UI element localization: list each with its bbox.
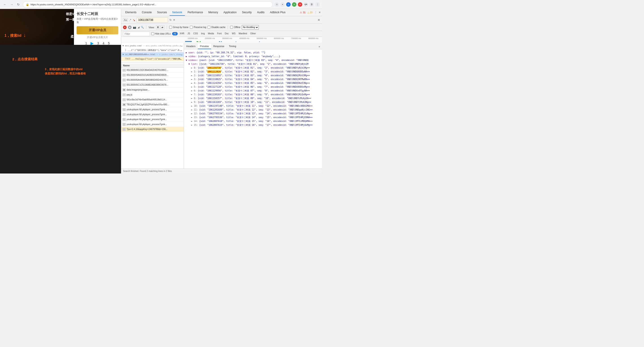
- detail-item-6: ► 6: {vid: "1061129956", title: "长安十二时辰 …: [186, 89, 320, 93]
- grid-view-icon[interactable]: ⇄: [160, 25, 164, 29]
- file-row-7[interactable]: ▣ TB1QSJTXeL2gK0jSZPhXXahvXXa-680...: [121, 102, 184, 107]
- offline-checkbox[interactable]: [230, 26, 233, 29]
- file-row-12[interactable]: ▢ ?jsv=2.4.16&appKey=24679788&t=156...: [121, 127, 184, 132]
- address-bar[interactable]: 🔒 https://v.youku.com/v_show/id_XNDl0NDQ…: [23, 1, 273, 8]
- tab-performance[interactable]: Performance: [185, 10, 206, 16]
- refresh-button[interactable]: ↻: [16, 2, 21, 7]
- file-row-1[interactable]: □ 051300005A603101ADBDD3056D0B39...: [121, 73, 184, 78]
- star-icon[interactable]: ☆: [274, 2, 279, 7]
- camera-icon[interactable]: 📷: [133, 26, 136, 29]
- file-row-6[interactable]: □ 581e3bc3d74b43ab956a649519b0114...: [121, 97, 184, 102]
- file-icon-0: □: [122, 69, 126, 72]
- devtools-options-icon[interactable]: ⋮: [314, 11, 317, 14]
- tab-application[interactable]: Application: [221, 10, 239, 16]
- tab-audits[interactable]: Audits: [254, 10, 267, 16]
- record-button[interactable]: ●: [123, 26, 126, 29]
- ep-4[interactable]: 4: [103, 42, 104, 45]
- disable-cache-label: Disable cache: [211, 26, 226, 29]
- file-row-5[interactable]: □ pay.js: [121, 92, 184, 97]
- filter-icon[interactable]: ◢: [138, 26, 140, 29]
- filter-ws[interactable]: WS: [231, 32, 237, 36]
- filter-xhr[interactable]: XHR: [178, 32, 186, 36]
- forward-button[interactable]: →: [9, 2, 14, 7]
- file-row-0[interactable]: □ 051300005C232C86ADA2D40781086C...: [121, 68, 184, 73]
- filter-doc[interactable]: Doc: [224, 32, 230, 36]
- file-name-6: 581e3bc3d74b43ab956a649519b0114...: [126, 98, 182, 101]
- ep-3[interactable]: 3: [97, 42, 99, 45]
- file-row-3[interactable]: □ 051300005C1C513A8B2ABE089C0678...: [121, 83, 184, 87]
- detail-tab-timing[interactable]: Timing: [226, 44, 238, 49]
- detail-user: ▶ user: {uid: "", ip: "60.160.74.32", vi…: [186, 51, 320, 55]
- tab-security[interactable]: Security: [239, 10, 254, 16]
- ext4-icon[interactable]: 38: [298, 2, 302, 7]
- aa-label: Aa: [123, 18, 128, 22]
- detail-videos: ▼ videos: {next: {vid: "1061115893", tit…: [186, 59, 320, 62]
- tab-network[interactable]: Network: [170, 10, 185, 16]
- search-refresh-icon[interactable]: ↻: [170, 18, 172, 22]
- file-row-10[interactable]: ▢ youkuplayer.fdl.ykplayer_process?gmk..…: [121, 117, 184, 122]
- url-text: https://v.youku.com/v_show/id_XNDl0NDQ0O…: [30, 3, 270, 6]
- ep-1[interactable]: 1: [85, 42, 87, 45]
- detail-tab-preview[interactable]: Preview: [198, 44, 211, 49]
- file-name-9: youkuplayer.fdl.ykplayer_process?gmk...: [126, 113, 182, 116]
- devtools-close-icon[interactable]: ✕: [319, 11, 321, 14]
- ext3-icon[interactable]: ●: [292, 2, 296, 7]
- filter-img[interactable]: Img: [200, 32, 206, 36]
- stop-button[interactable]: ■: [128, 26, 132, 29]
- filter-manifest[interactable]: Manifest: [238, 32, 248, 36]
- list-view-icon[interactable]: ≣: [156, 25, 160, 29]
- file-row-9[interactable]: ▢ youkuplayer.fdl.ykplayer_process?gmk..…: [121, 112, 184, 117]
- file-name-1: 051300005A603101ADBDD3056D0B39...: [126, 74, 182, 76]
- tab-adblock[interactable]: Adblock Plus: [267, 10, 288, 16]
- tree-row2[interactable]: 7969 ...thology={"list":[{"encodevid":"X…: [121, 57, 184, 61]
- warn-count: △ 20: [308, 11, 312, 14]
- more-icon[interactable]: ⋮: [315, 2, 320, 7]
- detail-item-4: ► 4: {vid: "1061124294", title: "长安十二时辰 …: [186, 81, 320, 85]
- file-row-4[interactable]: ▣ data:image/png;base...: [121, 87, 184, 92]
- detail-item-1: ► 1: {vid: "1061112026", title: "长安十二时辰 …: [186, 70, 320, 74]
- filter-js[interactable]: JS: [186, 32, 191, 36]
- back-button[interactable]: ←: [2, 2, 8, 7]
- tree-domain-acs[interactable]: ▼ acs.youku.com/ — acs.youku.com/h5/mtop…: [121, 44, 184, 48]
- throttling-select[interactable]: No throttling: [242, 25, 259, 30]
- preserve-log-checkbox[interactable]: [190, 26, 193, 29]
- episode-numbers: 1 ▶ 3 4 5: [77, 41, 118, 45]
- file-row-8[interactable]: ▢ youkuplayer.fdl.ykplayer_process?gmk..…: [121, 107, 184, 112]
- tree-row1[interactable]: 1 ...t":["SUCCESS::调用成功"],"data":{"cost"…: [121, 48, 184, 53]
- file-name-5: pay.js: [126, 94, 182, 96]
- file-row-2[interactable]: □ 051300005A4468CB859B5D05D40175...: [121, 78, 184, 83]
- detail-close-icon[interactable]: ✕: [316, 44, 322, 49]
- ext2-icon[interactable]: A: [286, 2, 291, 7]
- tree-domain-selected[interactable]: ▼ id_XNDl0NDQ0ODEwNA==.html — v.youku.co…: [121, 52, 184, 57]
- search-input[interactable]: [137, 17, 168, 23]
- file-name-10: youkuplayer.fdl.ykplayer_process?gmk...: [126, 118, 182, 121]
- detail-tab-headers[interactable]: Headers: [184, 44, 198, 49]
- ext1-icon[interactable]: ●: [280, 2, 285, 7]
- filter-media[interactable]: Media: [207, 32, 215, 36]
- file-name-11: youkuplayer.fdl.ykplayer_process?gmk...: [126, 123, 182, 126]
- filter-font[interactable]: Font: [216, 32, 223, 36]
- toolbar-icons: ☆ ● A ● 38 QR ☰ ⋮: [274, 2, 320, 7]
- filter-other[interactable]: Other: [249, 32, 257, 36]
- search-close-icon[interactable]: ✕: [318, 18, 320, 22]
- disable-cache-checkbox[interactable]: [208, 26, 210, 29]
- filter-all[interactable]: All: [172, 32, 178, 36]
- ext5-icon[interactable]: QR: [304, 2, 308, 7]
- search-clear-icon[interactable]: ✕: [173, 18, 175, 22]
- detail-item-12: ► 12: {vid: "1062795534", title: "长安十二时辰…: [186, 112, 320, 115]
- detail-tab-response[interactable]: Response: [211, 44, 227, 49]
- ext6-icon[interactable]: ☰: [310, 2, 314, 7]
- search-net-icon[interactable]: 🔍: [141, 26, 144, 29]
- ep-5[interactable]: 5: [108, 42, 110, 45]
- vip-button[interactable]: 开通VIP会员: [77, 26, 118, 34]
- hide-data-urls-checkbox[interactable]: [151, 32, 154, 35]
- filter-css[interactable]: CSS: [192, 32, 199, 36]
- tab-memory[interactable]: Memory: [206, 10, 221, 16]
- tab-elements[interactable]: Elements: [122, 10, 139, 16]
- tab-console[interactable]: Console: [139, 10, 154, 16]
- group-by-frame-checkbox[interactable]: [169, 26, 172, 29]
- tab-sources[interactable]: Sources: [154, 10, 170, 16]
- ep-play[interactable]: ▶: [90, 41, 94, 45]
- filter-input[interactable]: [123, 32, 150, 36]
- file-row-11[interactable]: ▢ youkuplayer.fdl.ykplayer_process?gmk..…: [121, 122, 184, 127]
